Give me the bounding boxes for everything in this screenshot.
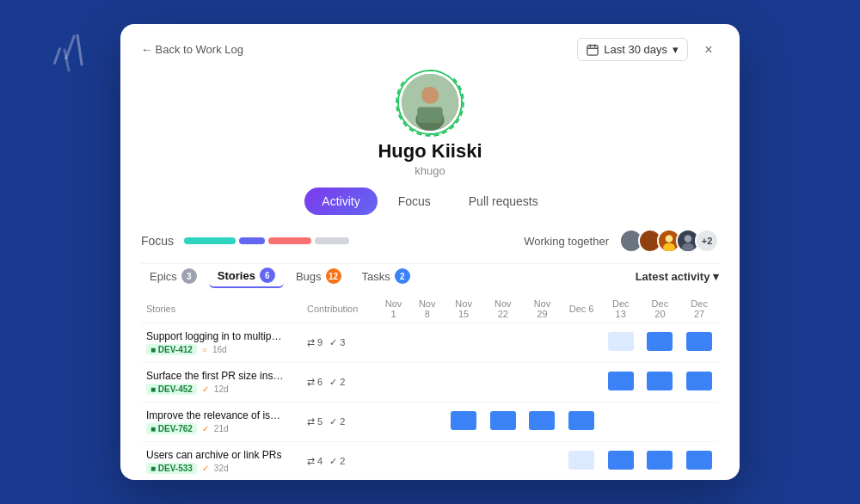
week-cell-2-8 [679, 403, 719, 442]
focus-bars [184, 237, 349, 244]
epics-label: Epics [150, 270, 177, 283]
bg-decoration [52, 34, 103, 77]
table-row: Users can archive or link PRs■ DEV-533✓3… [141, 442, 719, 481]
table-row: Support logging in to multiple or...■ DE… [141, 323, 719, 363]
date-filter-button[interactable]: Last 30 days ▾ [577, 38, 688, 61]
focus-bar-1 [184, 237, 236, 244]
week-cell-0-7 [641, 323, 680, 363]
tab-activity[interactable]: Activity [304, 187, 377, 215]
week-bar-2-5 [568, 411, 594, 430]
col-dec27: Dec 27 [679, 295, 719, 323]
story-cell-1: Surface the first PR size insights■ DEV-… [141, 363, 302, 403]
week-bar-3-7 [647, 451, 673, 470]
col-contribution: Contribution [302, 295, 377, 323]
chevron-down-icon: ▾ [673, 43, 679, 56]
week-cell-0-0 [377, 323, 410, 363]
svg-point-14 [685, 235, 692, 243]
meta-days-0: 16d [212, 345, 227, 354]
week-cell-2-4 [523, 403, 562, 442]
commits-0: ⇄ 9 [307, 337, 322, 348]
week-bar-2-2 [451, 411, 476, 430]
week-cell-1-0 [377, 363, 410, 403]
week-bar-0-8 [686, 332, 712, 351]
tasks-1: ✓ 2 [329, 377, 345, 388]
focus-label: Focus [141, 234, 174, 248]
latest-activity-button[interactable]: Latest activity ▾ [636, 270, 719, 283]
week-bar-3-6 [608, 451, 634, 470]
week-cell-2-2 [444, 403, 483, 442]
contribution-cell-1: ⇄ 6 ✓ 2 [302, 363, 377, 403]
col-nov22: Nov 22 [483, 295, 523, 323]
profile-section: Hugo Kiiski khugo Activity Focus Pull re… [120, 61, 740, 215]
story-cell-0: Support logging in to multiple or...■ DE… [141, 323, 302, 363]
week-cell-3-7 [641, 442, 680, 481]
filter-tab-epics[interactable]: Epics 3 [141, 265, 206, 287]
week-bar-1-8 [686, 372, 712, 390]
col-dec6: Dec 6 [562, 295, 601, 323]
filter-tab-stories[interactable]: Stories 6 [209, 264, 284, 288]
story-title-1: Surface the first PR size insights [146, 370, 284, 382]
table-container: Stories Contribution Nov 1 Nov 8 Nov 15 … [120, 295, 740, 480]
week-bar-2-3 [490, 411, 516, 430]
tasks-0: ✓ 3 [329, 337, 345, 348]
filter-tab-bugs[interactable]: Bugs 12 [287, 265, 350, 287]
meta-icon-3: ✓ [202, 464, 209, 473]
story-cell-2: Improve the relevance of issue...■ DEV-7… [141, 403, 302, 442]
dev-tag-1: ■ DEV-452 [146, 384, 197, 395]
week-cell-0-3 [483, 323, 523, 363]
week-cell-0-5 [562, 323, 601, 363]
col-nov15: Nov 15 [444, 295, 483, 323]
story-meta-1: ■ DEV-452✓12d [146, 384, 297, 395]
tab-focus[interactable]: Focus [381, 187, 448, 215]
week-cell-2-3 [483, 403, 523, 442]
story-meta-3: ■ DEV-533✓32d [146, 463, 297, 474]
focus-row: Focus Working together +2 [120, 229, 740, 263]
activity-table: Stories Contribution Nov 1 Nov 8 Nov 15 … [141, 295, 719, 480]
dev-tag-2: ■ DEV-762 [146, 423, 197, 434]
tab-pull-requests[interactable]: Pull requests [452, 187, 556, 215]
working-together-label: Working together [524, 235, 609, 248]
stories-badge: 6 [260, 267, 275, 283]
col-dec20: Dec 20 [641, 295, 680, 323]
week-cell-3-0 [377, 442, 410, 481]
week-bar-3-8 [686, 451, 712, 470]
user-handle: khugo [141, 164, 719, 177]
story-meta-2: ■ DEV-762✓21d [146, 423, 297, 434]
avatar-container [399, 71, 461, 133]
week-cell-3-1 [410, 442, 444, 481]
modal-container: ← Back to Work Log Last 30 days ▾ × [120, 24, 740, 480]
week-cell-1-1 [410, 363, 444, 403]
meta-icon-0: ○ [202, 345, 207, 354]
week-cell-3-8 [679, 442, 719, 481]
close-button[interactable]: × [698, 40, 719, 60]
filter-tab-tasks[interactable]: Tasks 2 [353, 265, 419, 287]
story-meta-0: ■ DEV-412○16d [146, 344, 297, 355]
tasks-badge: 2 [395, 268, 410, 284]
avatars-group: +2 [619, 229, 719, 253]
week-cell-3-5 [562, 442, 601, 481]
avatar-ring [396, 68, 464, 137]
modal-header: ← Back to Work Log Last 30 days ▾ × [120, 24, 740, 61]
tasks-2: ✓ 2 [329, 416, 345, 427]
avatars-more: +2 [695, 229, 719, 253]
meta-days-3: 32d [214, 464, 229, 473]
focus-bar-3 [268, 237, 311, 244]
week-bar-2-4 [529, 411, 555, 430]
meta-icon-2: ✓ [202, 424, 209, 433]
meta-days-2: 21d [214, 424, 229, 433]
week-cell-0-6 [601, 323, 641, 363]
week-cell-3-3 [483, 442, 523, 481]
col-dec13: Dec 13 [601, 295, 641, 323]
week-cell-2-6 [601, 403, 641, 442]
user-name: Hugo Kiiski [141, 140, 719, 163]
meta-days-1: 12d [214, 384, 229, 394]
stories-label: Stories [218, 269, 255, 282]
commits-2: ⇄ 5 [307, 416, 322, 427]
story-title-0: Support logging in to multiple or... [146, 330, 284, 342]
table-header-row: Stories Contribution Nov 1 Nov 8 Nov 15 … [141, 295, 719, 323]
week-cell-2-1 [410, 403, 444, 442]
back-link[interactable]: ← Back to Work Log [141, 43, 243, 56]
tasks-label: Tasks [362, 270, 390, 283]
week-cell-1-8 [679, 363, 719, 403]
col-nov1: Nov 1 [377, 295, 410, 323]
